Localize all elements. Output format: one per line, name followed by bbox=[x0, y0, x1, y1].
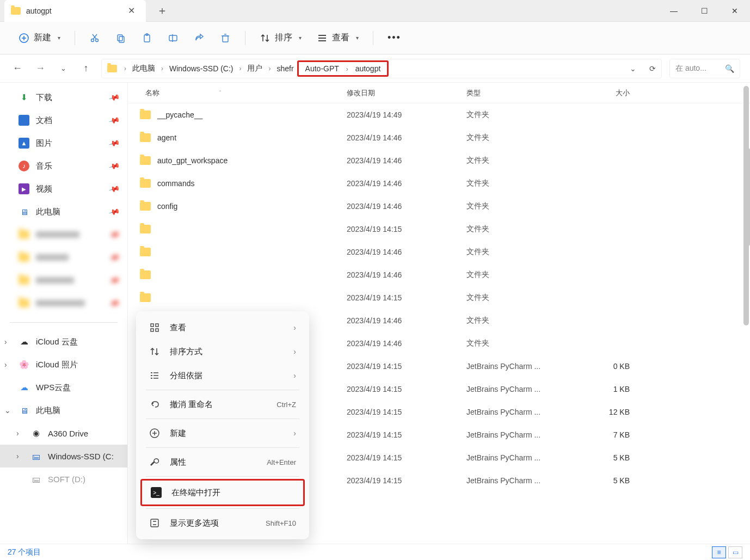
sidebar-item-downloads[interactable]: ⬇下载📌 bbox=[0, 86, 127, 109]
new-tab-button[interactable]: ＋ bbox=[157, 3, 168, 18]
table-row[interactable]: commands2023/4/19 14:46文件夹 bbox=[128, 172, 750, 195]
drive-icon: ◉ bbox=[30, 428, 41, 439]
new-button[interactable]: 新建 ▾ bbox=[13, 28, 66, 48]
cut-button[interactable] bbox=[84, 28, 106, 48]
sidebar-item-icloud-drive[interactable]: ›☁iCloud 云盘 bbox=[0, 330, 127, 353]
sidebar-item-windows-ssd[interactable]: ›🖴Windows-SSD (C: bbox=[0, 445, 127, 467]
chevron-right-icon: › bbox=[121, 65, 129, 72]
up-button[interactable]: ↑ bbox=[78, 61, 94, 76]
table-row[interactable]: 2023/4/19 14:46文件夹 bbox=[128, 241, 750, 263]
row-date: 2023/4/19 14:15 bbox=[347, 453, 466, 462]
details-view-button[interactable]: ≡ bbox=[712, 546, 726, 558]
ctx-undo[interactable]: 撤消 重命名Ctrl+Z bbox=[140, 392, 305, 416]
ctx-more-options[interactable]: 显示更多选项Shift+F10 bbox=[140, 511, 305, 535]
rename-button[interactable] bbox=[162, 28, 184, 48]
table-row[interactable]: auto_gpt_workspace2023/4/19 14:46文件夹 bbox=[128, 149, 750, 172]
search-input[interactable]: 在 auto... 🔍 bbox=[669, 59, 740, 78]
breadcrumb-item[interactable]: shefr bbox=[274, 63, 296, 74]
sidebar-item-soft[interactable]: 🖴SOFT (D:) bbox=[0, 467, 127, 490]
table-row[interactable]: 2023/4/19 14:15文件夹 bbox=[128, 286, 750, 309]
sidebar-item-icloud-photos[interactable]: ›🌸iCloud 照片 bbox=[0, 353, 127, 376]
column-size[interactable]: 大小 bbox=[564, 88, 630, 98]
recent-button[interactable]: ⌄ bbox=[56, 61, 71, 76]
window-controls: — ☐ ✕ bbox=[659, 0, 750, 22]
minimize-button[interactable]: — bbox=[659, 0, 689, 22]
refresh-icon[interactable]: ⟳ bbox=[649, 64, 656, 73]
column-headers: 名称ˆ 修改日期 类型 大小 bbox=[128, 83, 750, 103]
delete-button[interactable] bbox=[214, 28, 236, 48]
table-row[interactable]: config2023/4/19 14:46文件夹 bbox=[128, 195, 750, 218]
ctx-view[interactable]: 查看› bbox=[140, 316, 305, 340]
sidebar-item-thispc-tree[interactable]: ⌄🖥此电脑 bbox=[0, 399, 127, 422]
sidebar-item-blurred[interactable]: 📌 bbox=[0, 269, 127, 292]
view-button[interactable]: 查看 ▾ bbox=[311, 28, 364, 48]
sidebar-item-thispc[interactable]: 🖥此电脑📌 bbox=[0, 200, 127, 223]
more-button[interactable]: ••• bbox=[382, 28, 407, 48]
pin-icon: 📌 bbox=[108, 297, 120, 309]
column-date[interactable]: 修改日期 bbox=[347, 88, 466, 98]
chevron-down-icon[interactable]: ⌄ bbox=[4, 406, 11, 415]
column-type[interactable]: 类型 bbox=[466, 88, 564, 98]
row-type: 文件夹 bbox=[466, 179, 564, 188]
share-icon bbox=[194, 33, 205, 44]
tab-active[interactable]: autogpt ✕ bbox=[4, 0, 146, 22]
breadcrumb-item[interactable]: autogpt bbox=[353, 63, 383, 74]
close-icon[interactable]: ✕ bbox=[126, 5, 137, 16]
breadcrumb-item[interactable]: 此电脑 bbox=[130, 63, 157, 75]
breadcrumb[interactable]: › 此电脑 › Windows-SSD (C:) › 用户 › shefr Au… bbox=[101, 59, 662, 78]
table-row[interactable]: 2023/4/19 14:46文件夹 bbox=[128, 263, 750, 286]
sort-label: 排序 bbox=[275, 32, 292, 44]
ctx-sort[interactable]: 排序方式› bbox=[140, 340, 305, 364]
sort-button[interactable]: 排序 ▾ bbox=[254, 28, 307, 48]
chevron-right-icon[interactable]: › bbox=[4, 337, 7, 346]
folder-icon bbox=[19, 299, 29, 307]
icons-view-button[interactable]: ▭ bbox=[728, 546, 742, 558]
svg-rect-20 bbox=[156, 324, 158, 327]
breadcrumb-item[interactable]: 用户 bbox=[245, 63, 265, 75]
svg-rect-11 bbox=[169, 35, 177, 41]
chevron-down-icon[interactable]: ⌄ bbox=[630, 64, 636, 73]
sidebar-item-a360[interactable]: ›◉A360 Drive bbox=[0, 422, 127, 445]
chevron-right-icon[interactable]: › bbox=[16, 429, 19, 438]
maximize-button[interactable]: ☐ bbox=[689, 0, 720, 22]
ctx-properties[interactable]: 属性Alt+Enter bbox=[140, 450, 305, 474]
chevron-right-icon[interactable]: › bbox=[4, 360, 7, 369]
sidebar: ⬇下载📌 文档📌 ▲图片📌 ♪音乐📌 ▶视频📌 🖥此电脑📌 📌 📌 📌 📌 ›☁… bbox=[0, 83, 128, 544]
pc-icon: 🖥 bbox=[19, 405, 29, 416]
sidebar-item-blurred[interactable]: 📌 bbox=[0, 292, 127, 315]
paste-button[interactable] bbox=[136, 28, 158, 48]
sidebar-item-videos[interactable]: ▶视频📌 bbox=[0, 177, 127, 200]
table-row[interactable]: __pycache__2023/4/19 14:49文件夹 bbox=[128, 103, 750, 126]
ctx-open-terminal[interactable]: >_在终端中打开 bbox=[142, 481, 303, 504]
divider bbox=[146, 447, 299, 448]
chevron-right-icon[interactable]: › bbox=[16, 452, 19, 460]
back-button[interactable]: ← bbox=[10, 61, 25, 76]
chevron-down-icon: ▾ bbox=[356, 35, 359, 41]
sidebar-item-blurred[interactable]: 📌 bbox=[0, 246, 127, 269]
share-button[interactable] bbox=[188, 28, 210, 48]
row-type: JetBrains PyCharm ... bbox=[466, 453, 564, 462]
sidebar-item-documents[interactable]: 文档📌 bbox=[0, 109, 127, 132]
breadcrumb-item[interactable]: Windows-SSD (C:) bbox=[167, 63, 235, 74]
copy-button[interactable] bbox=[110, 28, 132, 48]
scissors-icon bbox=[89, 33, 100, 44]
row-type: 文件夹 bbox=[466, 224, 564, 234]
sidebar-item-music[interactable]: ♪音乐📌 bbox=[0, 155, 127, 177]
row-date: 2023/4/19 14:15 bbox=[347, 225, 466, 233]
folder-icon bbox=[19, 253, 29, 262]
close-button[interactable]: ✕ bbox=[720, 0, 750, 22]
ctx-new[interactable]: 新建› bbox=[140, 421, 305, 445]
svg-rect-9 bbox=[144, 35, 150, 42]
ctx-group[interactable]: 分组依据› bbox=[140, 364, 305, 387]
column-name[interactable]: 名称ˆ bbox=[140, 88, 347, 98]
table-row[interactable]: agent2023/4/19 14:46文件夹 bbox=[128, 126, 750, 149]
table-row[interactable]: 2023/4/19 14:15文件夹 bbox=[128, 218, 750, 241]
ctx-label: 撤消 重命名 bbox=[170, 399, 213, 410]
forward-button[interactable]: → bbox=[33, 61, 48, 76]
divider bbox=[146, 419, 299, 419]
sidebar-item-blurred[interactable]: 📌 bbox=[0, 223, 127, 246]
breadcrumb-item[interactable]: Auto-GPT bbox=[303, 63, 341, 74]
sidebar-item-wps[interactable]: ☁WPS云盘 bbox=[0, 376, 127, 399]
scrollbar[interactable] bbox=[743, 86, 749, 325]
sidebar-item-pictures[interactable]: ▲图片📌 bbox=[0, 132, 127, 155]
